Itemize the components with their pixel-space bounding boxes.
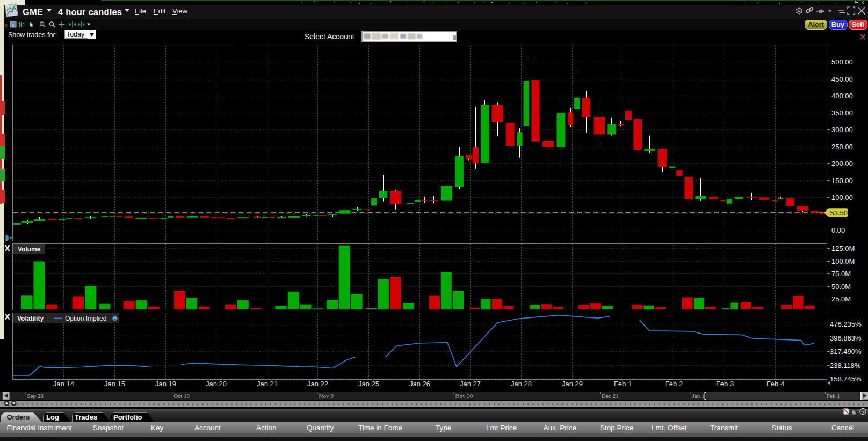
svg-text:Jan 19: Jan 19: [155, 380, 176, 388]
svg-text:Feb 1: Feb 1: [827, 393, 840, 399]
svg-text:158.745%: 158.745%: [830, 375, 862, 383]
svg-text:Jan 14: Jan 14: [53, 380, 74, 388]
svg-text:75.0M: 75.0M: [831, 270, 851, 278]
svg-text:Sep 28: Sep 28: [27, 393, 44, 399]
svg-text:Jan 20: Jan 20: [206, 380, 227, 388]
svg-text:125.0M: 125.0M: [831, 244, 855, 252]
svg-text:T: T: [12, 22, 15, 28]
svg-text:317.490%: 317.490%: [830, 348, 862, 356]
svg-text:Jan 21: Jan 21: [257, 380, 278, 388]
svg-text:Jan 27: Jan 27: [460, 380, 481, 388]
svg-text:Jan 15: Jan 15: [104, 380, 125, 388]
svg-text:Feb 4: Feb 4: [766, 380, 784, 388]
svg-text:Jan 29: Jan 29: [562, 380, 583, 388]
svg-text:100.0M: 100.0M: [831, 257, 855, 265]
svg-text:396.863%: 396.863%: [830, 334, 862, 342]
svg-text:Oct 19: Oct 19: [173, 393, 190, 399]
svg-text:50.0M: 50.0M: [831, 283, 851, 291]
svg-text:Option Implied: Option Implied: [65, 315, 106, 322]
svg-text:Dec 21: Dec 21: [602, 393, 618, 399]
svg-text:476.235%: 476.235%: [830, 320, 862, 328]
svg-text:0.00: 0.00: [831, 226, 845, 234]
svg-text:250.00: 250.00: [831, 143, 853, 151]
svg-text:500.00: 500.00: [831, 58, 853, 66]
svg-text:Volume: Volume: [18, 245, 41, 253]
svg-text:Jan 28: Jan 28: [511, 380, 532, 388]
svg-text:Jan 25: Jan 25: [358, 380, 379, 388]
svg-text:Feb 2: Feb 2: [665, 380, 683, 388]
svg-text:Jan 26: Jan 26: [409, 380, 430, 388]
svg-text:Feb 3: Feb 3: [716, 380, 734, 388]
svg-text:350.00: 350.00: [831, 109, 853, 117]
svg-text:53.50: 53.50: [830, 209, 848, 217]
svg-text:Jan 1: Jan 1: [692, 393, 705, 399]
svg-text:200.00: 200.00: [831, 160, 853, 168]
svg-text:x: x: [4, 22, 8, 28]
svg-text:Jan 22: Jan 22: [307, 380, 328, 388]
svg-text:238.118%: 238.118%: [830, 362, 861, 370]
svg-text:300.00: 300.00: [831, 126, 853, 134]
svg-text:450.00: 450.00: [831, 75, 853, 83]
svg-text:?: ?: [862, 409, 865, 415]
svg-text:Nov 9: Nov 9: [319, 393, 334, 399]
svg-text:Feb 1: Feb 1: [614, 380, 632, 388]
svg-text:Nov 30: Nov 30: [455, 393, 473, 399]
svg-text:100.00: 100.00: [831, 193, 853, 201]
svg-text:25.0M: 25.0M: [831, 295, 851, 303]
svg-text:150.00: 150.00: [831, 177, 853, 185]
svg-text:400.00: 400.00: [831, 92, 853, 100]
svg-text:Volatility: Volatility: [17, 315, 44, 322]
